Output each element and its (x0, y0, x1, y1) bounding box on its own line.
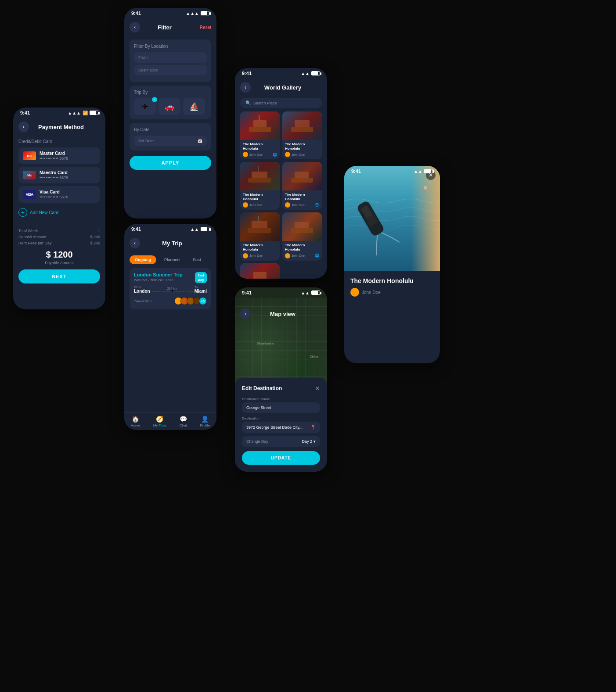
gallery-card-4[interactable]: The Modern Honolulu John Doe (240, 212, 280, 260)
filter-header: ‹ Filter Reset (124, 18, 216, 36)
water-svg (344, 166, 440, 271)
travel-with-label: Travel With (134, 299, 173, 303)
tab-past[interactable]: Past (187, 255, 206, 264)
gallery-img-0 (240, 111, 280, 140)
nav-profile[interactable]: 👤 Profile (200, 416, 210, 427)
date-input[interactable]: Set Date 📅 (134, 136, 207, 146)
tab-ongoing[interactable]: Ongoing (130, 255, 156, 264)
globe-icon-3: 🌐 (315, 203, 319, 207)
trip-tabs: Ongoing Planned Past (124, 252, 216, 268)
mastercard-item[interactable]: MC Master Card •••• •••• •••• 5678 (18, 147, 100, 164)
mytrip-screen: 9:41 ▲▲ ‹ My Trip Ongoing Planned Past 2… (124, 224, 216, 430)
boat-trip-icon[interactable]: ⛵ (183, 98, 205, 115)
destination-input[interactable] (134, 65, 207, 75)
dest-label: Destination (242, 416, 320, 420)
search-bar[interactable]: 🔍 Search Place (240, 98, 322, 108)
gallery-card-author-5: John Doe 🌐 (285, 253, 319, 258)
nav-chat[interactable]: 💬 Chat (180, 416, 187, 427)
gallery-card-info-3: The Modern Honolulu John Doe 🌐 (282, 190, 322, 210)
globe-icon-0: 🌐 (273, 153, 277, 157)
route-line: 200 km ✈ (152, 287, 193, 292)
svg-rect-11 (252, 221, 267, 228)
author-name-5: John Doe (292, 254, 313, 257)
dest-input[interactable]: 3972 George Street Dade City... 📍 (242, 422, 320, 433)
svg-rect-7 (258, 166, 259, 172)
gallery-card-title-5: The Modern Honolulu (285, 243, 319, 251)
status-bar-payment: 9:41 ▲▲▲ 📶 (13, 108, 105, 118)
trip-by-title: Trip By (134, 90, 207, 95)
total-week-value: 1 (98, 229, 100, 233)
search-placeholder: Search Place (253, 101, 277, 105)
rent-row: Rent Fees per Day $ 200 (18, 241, 100, 245)
day-select[interactable]: Day 2 ▾ (302, 439, 316, 444)
status-icons-filter: ▲▲▲ (186, 11, 209, 16)
gallery-card-info-1: The Modern Honolulu John Doe (282, 140, 322, 159)
apply-button[interactable]: APPLY (130, 156, 211, 170)
filter-back-button[interactable]: ‹ (130, 22, 140, 32)
rent-value: $ 200 (90, 241, 100, 245)
svg-rect-9 (295, 172, 309, 178)
route-dashes: ✈ (152, 291, 193, 291)
cards-section-label: Credit/Debit Card (18, 139, 100, 144)
gallery-card-author-2: John Doe (243, 202, 277, 208)
back-button[interactable]: ‹ (18, 122, 29, 132)
maestro-item[interactable]: Ma Maestro Card •••• •••• •••• 5678 (18, 167, 100, 183)
svg-rect-5 (248, 178, 271, 183)
gallery-card-1[interactable]: The Modern Honolulu John Doe (282, 111, 322, 159)
mytrip-back-button[interactable]: ‹ (130, 238, 140, 248)
trip-day-badge: 2nd Day (195, 272, 207, 283)
deposit-row: Deposit Amount $ 200 (18, 235, 100, 239)
dest-group: Destination 3972 George Street Dade City… (242, 416, 320, 433)
status-icons-detail: ▲▲ (414, 169, 433, 174)
from-input[interactable] (134, 52, 207, 63)
gallery-img-5 (282, 212, 322, 241)
reset-link[interactable]: Reset (200, 25, 211, 30)
dest-value: 3972 George Street Dade City... (246, 425, 303, 430)
mastercard-logo: MC (23, 151, 36, 160)
maestro-logo: Ma (23, 171, 36, 179)
gallery-card-6[interactable]: The Modern Honolulu (240, 263, 280, 279)
selected-check: ✓ (152, 97, 157, 102)
svg-rect-4 (295, 120, 310, 127)
update-button[interactable]: UPDATE (242, 451, 320, 465)
status-icons-map: ▲▲ (301, 290, 320, 295)
add-card-button[interactable]: + Add New Card (18, 205, 100, 219)
gallery-back-button[interactable]: ‹ (240, 82, 251, 93)
date-filter-title: By Date (134, 127, 207, 132)
time-mytrip: 9:41 (131, 226, 141, 232)
detail-screen: 9:41 ▲▲ (344, 166, 440, 363)
avatar-group: +5 (174, 297, 207, 305)
status-bar-gallery: 9:41 ▲▲ (235, 68, 327, 79)
gallery-card-0[interactable]: The Modern Honolulu John Doe 🌐 (240, 111, 280, 159)
next-button[interactable]: NEXT (18, 269, 100, 283)
trip-route: From London 200 km ✈ To Miami (134, 286, 207, 294)
filter-screen: 9:41 ▲▲▲ ‹ Filter Reset Filter By Locati… (124, 8, 216, 219)
author-name-3: John Doe (292, 204, 313, 207)
nav-my-trips[interactable]: 🧭 My Trips (153, 416, 166, 427)
gallery-card-3[interactable]: The Modern Honolulu John Doe 🌐 (282, 162, 322, 210)
detail-author-name: John Doe (362, 290, 381, 295)
gallery-card-info-5: The Modern Honolulu John Doe 🌐 (282, 241, 322, 260)
map-back-button[interactable]: ‹ (240, 308, 251, 319)
nav-home[interactable]: 🏠 Home (131, 416, 140, 427)
plane-trip-icon[interactable]: ✈ ✓ (134, 98, 156, 115)
total-week-row: Total Week 1 (18, 229, 100, 233)
gallery-card-title-3: The Modern Honolulu (285, 193, 319, 201)
dest-name-input[interactable]: George Street (242, 402, 320, 413)
tab-planned[interactable]: Planned (159, 255, 185, 264)
car-trip-icon[interactable]: 🚗 (159, 98, 180, 115)
detail-title: The Modern Honolulu (350, 277, 434, 284)
gallery-card-2[interactable]: The Modern Honolulu John Doe (240, 162, 280, 210)
search-icon: 🔍 (245, 100, 251, 105)
svg-rect-10 (248, 228, 271, 233)
trip-card[interactable]: 2nd Day London Summer Trip 24th Oct - 28… (130, 268, 211, 309)
visa-item[interactable]: VISA Visa Card •••• •••• •••• 5678 (18, 186, 100, 203)
modal-close-button[interactable]: ✕ (315, 385, 320, 392)
detail-author-avatar (350, 288, 359, 297)
date-filter-section: By Date Set Date 📅 (130, 123, 211, 151)
status-bar-detail: 9:41 ▲▲ (344, 166, 440, 176)
status-bar-map: 9:41 ▲▲ (235, 287, 327, 298)
visa-number: •••• •••• •••• 5678 (40, 195, 96, 199)
map-header: ‹ Map view (235, 305, 327, 323)
gallery-card-5[interactable]: The Modern Honolulu John Doe 🌐 (282, 212, 322, 260)
